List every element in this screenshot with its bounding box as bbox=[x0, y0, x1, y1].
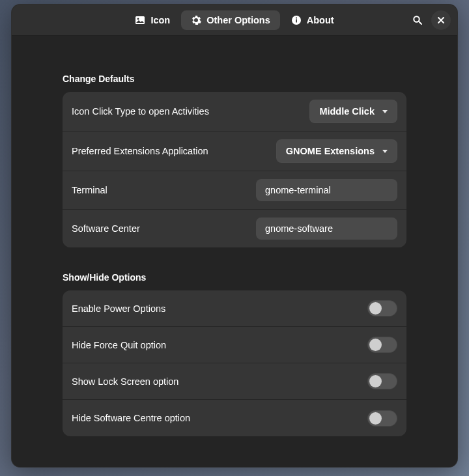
row-lock-screen: Show Lock Screen option bbox=[63, 363, 406, 400]
tab-about[interactable]: About bbox=[281, 10, 344, 30]
tab-other-options[interactable]: Other Options bbox=[181, 10, 279, 30]
row-label: Preferred Extensions Application bbox=[72, 146, 208, 156]
preferences-window: Icon Other Options About bbox=[11, 4, 458, 468]
toggle-lock-screen[interactable] bbox=[367, 373, 397, 389]
info-icon bbox=[291, 15, 302, 25]
row-click-type: Icon Click Type to open Activities Middl… bbox=[63, 92, 406, 132]
content-area: Change Defaults Icon Click Type to open … bbox=[12, 36, 457, 467]
group-show-hide: Enable Power Options Hide Force Quit opt… bbox=[63, 290, 406, 436]
row-power-options: Enable Power Options bbox=[63, 290, 406, 327]
section-title-showhide: Show/Hide Options bbox=[63, 272, 406, 283]
tab-icon-label: Icon bbox=[150, 15, 170, 25]
image-icon bbox=[135, 15, 145, 25]
close-icon bbox=[436, 15, 446, 25]
row-label: Show Lock Screen option bbox=[72, 376, 178, 387]
toggle-knob bbox=[369, 375, 382, 387]
toggle-power-options[interactable] bbox=[367, 300, 397, 316]
close-button[interactable] bbox=[431, 10, 451, 30]
toggle-force-quit[interactable] bbox=[367, 337, 397, 353]
group-change-defaults: Icon Click Type to open Activities Middl… bbox=[63, 92, 406, 247]
row-label: Terminal bbox=[72, 185, 107, 195]
row-software-centre: Hide Software Centre option bbox=[63, 400, 406, 436]
toggle-software-centre[interactable] bbox=[367, 410, 397, 427]
row-terminal: Terminal bbox=[63, 171, 406, 210]
dropdown-value: Middle Click bbox=[319, 106, 375, 117]
search-button[interactable] bbox=[408, 10, 427, 30]
row-software-center: Software Center bbox=[63, 210, 406, 247]
toggle-knob bbox=[369, 412, 382, 425]
row-force-quit: Hide Force Quit option bbox=[63, 327, 406, 363]
input-software-center[interactable] bbox=[256, 217, 397, 240]
svg-point-4 bbox=[296, 17, 297, 18]
input-terminal[interactable] bbox=[256, 179, 397, 201]
dropdown-extensions-app[interactable]: GNOME Extensions bbox=[276, 139, 397, 163]
svg-point-1 bbox=[137, 18, 139, 20]
row-label: Software Center bbox=[72, 223, 140, 234]
svg-rect-3 bbox=[296, 19, 297, 22]
row-label: Icon Click Type to open Activities bbox=[72, 106, 209, 117]
headerbar: Icon Other Options About bbox=[12, 5, 457, 36]
row-label: Enable Power Options bbox=[72, 303, 165, 314]
svg-rect-0 bbox=[135, 16, 145, 24]
tab-icon[interactable]: Icon bbox=[125, 10, 180, 30]
chevron-down-icon bbox=[382, 110, 388, 113]
view-switcher: Icon Other Options About bbox=[125, 10, 343, 30]
chevron-down-icon bbox=[382, 150, 388, 153]
row-label: Hide Force Quit option bbox=[72, 340, 166, 350]
tab-other-label: Other Options bbox=[206, 15, 270, 25]
row-label: Hide Software Centre option bbox=[72, 413, 190, 423]
toggle-knob bbox=[369, 339, 382, 351]
row-extensions-app: Preferred Extensions Application GNOME E… bbox=[63, 132, 406, 171]
tab-about-label: About bbox=[307, 15, 334, 25]
svg-line-6 bbox=[419, 21, 421, 24]
dropdown-value: GNOME Extensions bbox=[286, 146, 375, 156]
gear-icon bbox=[191, 15, 201, 25]
toggle-knob bbox=[369, 302, 382, 315]
search-icon bbox=[412, 15, 423, 25]
section-title-defaults: Change Defaults bbox=[63, 74, 406, 84]
dropdown-click-type[interactable]: Middle Click bbox=[309, 100, 397, 123]
